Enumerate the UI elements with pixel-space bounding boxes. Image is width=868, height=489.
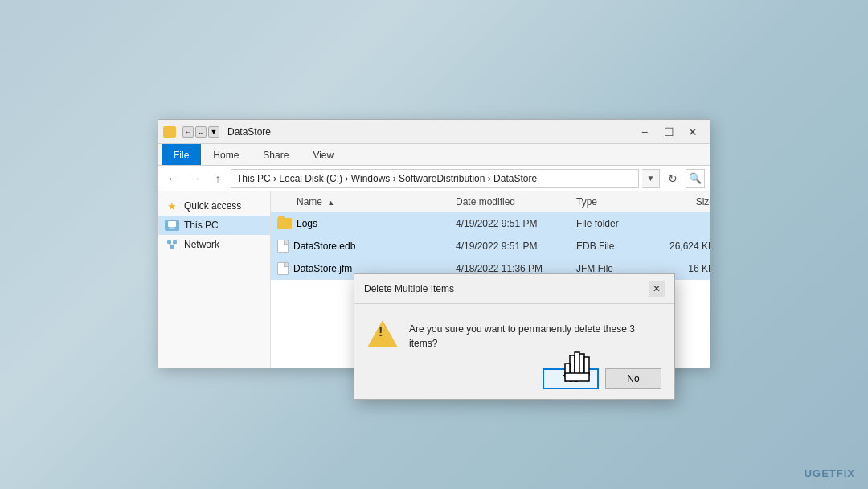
network-icon <box>165 239 179 250</box>
file-date-jfm: 4/18/2022 11:36 PM <box>456 263 576 274</box>
dialog-message: Are you sure you want to permanently del… <box>409 318 661 351</box>
pc-icon <box>165 220 179 231</box>
file-name-edb: DataStore.edb <box>271 240 456 253</box>
svg-line-6 <box>170 244 173 245</box>
tab-file[interactable]: File <box>162 144 201 165</box>
file-date-edb: 4/19/2022 9:51 PM <box>456 240 576 252</box>
dialog-title-bar: Delete Multiple Items ✕ <box>354 274 674 304</box>
dialog-body: Are you sure you want to permanently del… <box>354 304 674 362</box>
col-header-name[interactable]: Name ▲ <box>271 196 456 208</box>
warning-triangle <box>367 320 398 347</box>
svg-rect-2 <box>169 228 175 229</box>
col-header-date[interactable]: Date modified <box>456 196 576 208</box>
tab-share[interactable]: Share <box>251 144 301 165</box>
file-size-jfm: 16 KB <box>657 263 710 274</box>
dialog-footer: Yes No <box>354 362 674 399</box>
tab-home[interactable]: Home <box>201 144 251 165</box>
file-date-logs: 4/19/2022 9:51 PM <box>456 218 576 229</box>
sidebar-item-quick-access[interactable]: ★ Quick access <box>158 196 270 216</box>
star-icon: ★ <box>165 200 179 212</box>
file-icon <box>277 262 289 275</box>
svg-rect-4 <box>173 240 177 244</box>
folder-icon <box>163 126 176 138</box>
quick-access-btn-2[interactable]: ⌄ <box>195 126 207 138</box>
col-header-type[interactable]: Type <box>576 196 657 208</box>
warning-icon <box>367 318 398 349</box>
file-size-edb: 26,624 KB <box>657 240 710 252</box>
ribbon-tabs: File Home Share View <box>158 144 710 165</box>
title-controls: − ☐ ✕ <box>633 120 705 144</box>
window-title: DataStore <box>227 126 629 138</box>
forward-button[interactable]: → <box>186 169 205 188</box>
file-icon <box>277 240 289 253</box>
quick-access-btn-3[interactable]: ▼ <box>208 126 219 138</box>
dialog-close-button[interactable]: ✕ <box>649 281 665 297</box>
svg-rect-0 <box>168 221 176 227</box>
file-type-logs: File folder <box>576 218 657 229</box>
sidebar-item-network[interactable]: Network <box>158 235 270 254</box>
file-type-jfm: JFM File <box>576 263 657 274</box>
ribbon: File Home Share View <box>158 144 710 166</box>
address-dropdown[interactable]: ▼ <box>642 169 660 188</box>
table-row[interactable]: DataStore.edb 4/19/2022 9:51 PM EDB File… <box>271 235 710 257</box>
close-button[interactable]: ✕ <box>681 120 705 144</box>
sidebar-label-network: Network <box>184 239 219 250</box>
svg-rect-3 <box>167 240 171 244</box>
dialog-title: Delete Multiple Items <box>364 283 454 294</box>
sidebar-item-this-pc[interactable]: This PC <box>158 216 270 235</box>
sidebar-label-this-pc: This PC <box>184 220 219 231</box>
address-input[interactable] <box>231 169 639 188</box>
file-name-logs: Logs <box>271 218 456 229</box>
minimize-button[interactable]: − <box>633 120 657 144</box>
address-bar: ← → ↑ ▼ ↻ 🔍 <box>158 166 710 191</box>
folder-icon <box>277 218 292 229</box>
title-bar-actions: ← ⌄ ▼ <box>182 126 219 138</box>
up-button[interactable]: ↑ <box>208 169 227 188</box>
back-button[interactable]: ← <box>163 169 182 188</box>
delete-dialog: Delete Multiple Items ✕ Are you sure you… <box>354 273 675 400</box>
tab-view[interactable]: View <box>301 144 346 165</box>
maximize-button[interactable]: ☐ <box>657 120 681 144</box>
file-type-edb: EDB File <box>576 240 657 252</box>
sidebar: ★ Quick access This PC <box>158 191 271 368</box>
sort-arrow: ▲ <box>327 199 334 207</box>
col-header-size[interactable]: Size <box>657 196 710 208</box>
svg-rect-1 <box>170 227 174 228</box>
file-list-header: Name ▲ Date modified Type Size <box>271 191 710 212</box>
no-button[interactable]: No <box>605 368 661 389</box>
search-button[interactable]: 🔍 <box>686 169 705 188</box>
table-row[interactable]: Logs 4/19/2022 9:51 PM File folder <box>271 212 710 235</box>
svg-line-7 <box>172 244 175 245</box>
watermark: UGETFIX <box>805 467 855 479</box>
title-bar: ← ⌄ ▼ DataStore − ☐ ✕ <box>158 120 710 144</box>
refresh-button[interactable]: ↻ <box>663 169 682 188</box>
yes-button[interactable]: Yes <box>542 368 599 389</box>
quick-access-btn-1[interactable]: ← <box>182 126 194 138</box>
svg-rect-5 <box>170 245 174 249</box>
sidebar-label-quick-access: Quick access <box>184 200 241 212</box>
